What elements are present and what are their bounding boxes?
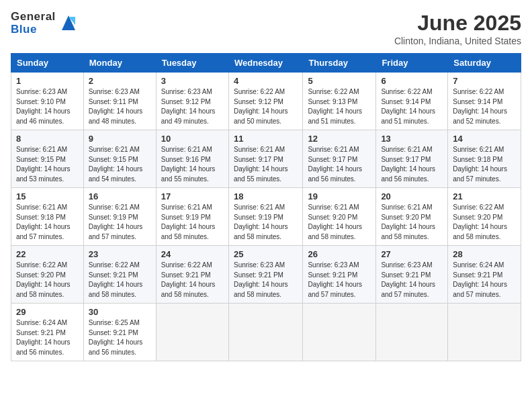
calendar-day-cell: 10 Sunrise: 6:21 AMSunset: 9:16 PMDaylig… (156, 130, 228, 188)
calendar-day-cell: 15 Sunrise: 6:21 AMSunset: 9:18 PMDaylig… (11, 188, 84, 246)
day-number: 3 (161, 76, 224, 86)
day-info: Sunrise: 6:22 AMSunset: 9:21 PMDaylight:… (161, 261, 224, 300)
day-info: Sunrise: 6:23 AMSunset: 9:21 PMDaylight:… (308, 261, 371, 300)
day-info: Sunrise: 6:22 AMSunset: 9:14 PMDaylight:… (381, 87, 443, 126)
day-info: Sunrise: 6:21 AMSunset: 9:19 PMDaylight:… (89, 203, 151, 242)
day-info: Sunrise: 6:21 AMSunset: 9:19 PMDaylight:… (161, 203, 224, 242)
day-number: 29 (16, 307, 79, 317)
calendar-day-cell (228, 304, 302, 361)
col-thursday: Thursday (303, 54, 376, 73)
day-info: Sunrise: 6:22 AMSunset: 9:20 PMDaylight:… (16, 261, 79, 300)
day-number: 20 (381, 191, 443, 201)
logo-icon (58, 11, 79, 33)
calendar-day-cell: 1 Sunrise: 6:23 AMSunset: 9:10 PMDayligh… (11, 73, 84, 130)
day-info: Sunrise: 6:21 AMSunset: 9:19 PMDaylight:… (234, 203, 298, 242)
title-block: June 2025 Clinton, Indiana, United State… (394, 11, 521, 46)
day-number: 25 (234, 249, 298, 259)
day-number: 1 (16, 76, 79, 86)
logo-blue: Blue (11, 24, 56, 36)
calendar-day-cell: 27 Sunrise: 6:23 AMSunset: 9:21 PMDaylig… (376, 246, 448, 304)
calendar-day-cell: 16 Sunrise: 6:21 AMSunset: 9:19 PMDaylig… (83, 188, 156, 246)
calendar-day-cell: 24 Sunrise: 6:22 AMSunset: 9:21 PMDaylig… (156, 246, 228, 304)
calendar-day-cell: 30 Sunrise: 6:25 AMSunset: 9:21 PMDaylig… (83, 304, 156, 361)
day-number: 14 (453, 134, 516, 144)
day-number: 21 (453, 191, 516, 201)
day-number: 17 (161, 191, 224, 201)
day-info: Sunrise: 6:21 AMSunset: 9:20 PMDaylight:… (308, 203, 371, 242)
day-info: Sunrise: 6:22 AMSunset: 9:13 PMDaylight:… (308, 87, 371, 126)
day-number: 30 (89, 307, 151, 317)
calendar-day-cell: 17 Sunrise: 6:21 AMSunset: 9:19 PMDaylig… (156, 188, 228, 246)
day-number: 9 (89, 134, 151, 144)
day-info: Sunrise: 6:21 AMSunset: 9:20 PMDaylight:… (381, 203, 443, 242)
day-info: Sunrise: 6:23 AMSunset: 9:11 PMDaylight:… (89, 87, 151, 126)
day-number: 28 (453, 249, 516, 259)
day-number: 6 (381, 76, 443, 86)
col-wednesday: Wednesday (228, 54, 302, 73)
calendar-day-cell: 12 Sunrise: 6:21 AMSunset: 9:17 PMDaylig… (303, 130, 376, 188)
calendar-day-cell (448, 304, 521, 361)
calendar-week-row: 22 Sunrise: 6:22 AMSunset: 9:20 PMDaylig… (11, 246, 521, 304)
day-number: 8 (16, 134, 79, 144)
calendar-day-cell: 3 Sunrise: 6:23 AMSunset: 9:12 PMDayligh… (156, 73, 228, 130)
day-number: 2 (89, 76, 151, 86)
calendar-day-cell: 23 Sunrise: 6:22 AMSunset: 9:21 PMDaylig… (83, 246, 156, 304)
calendar-day-cell (156, 304, 228, 361)
logo: General Blue (11, 11, 79, 36)
day-info: Sunrise: 6:21 AMSunset: 9:18 PMDaylight:… (453, 145, 516, 184)
day-info: Sunrise: 6:22 AMSunset: 9:20 PMDaylight:… (453, 203, 516, 242)
col-friday: Friday (376, 54, 448, 73)
calendar-day-cell (376, 304, 448, 361)
day-number: 16 (89, 191, 151, 201)
day-number: 24 (161, 249, 224, 259)
day-info: Sunrise: 6:23 AMSunset: 9:10 PMDaylight:… (16, 87, 79, 126)
day-info: Sunrise: 6:22 AMSunset: 9:12 PMDaylight:… (234, 87, 298, 126)
day-info: Sunrise: 6:22 AMSunset: 9:21 PMDaylight:… (89, 261, 151, 300)
day-number: 23 (89, 249, 151, 259)
day-number: 5 (308, 76, 371, 86)
day-number: 13 (381, 134, 443, 144)
calendar-day-cell: 2 Sunrise: 6:23 AMSunset: 9:11 PMDayligh… (83, 73, 156, 130)
calendar-day-cell: 11 Sunrise: 6:21 AMSunset: 9:17 PMDaylig… (228, 130, 302, 188)
day-number: 27 (381, 249, 443, 259)
calendar-day-cell: 20 Sunrise: 6:21 AMSunset: 9:20 PMDaylig… (376, 188, 448, 246)
day-info: Sunrise: 6:21 AMSunset: 9:18 PMDaylight:… (16, 203, 79, 242)
calendar-day-cell: 19 Sunrise: 6:21 AMSunset: 9:20 PMDaylig… (303, 188, 376, 246)
day-info: Sunrise: 6:21 AMSunset: 9:16 PMDaylight:… (161, 145, 224, 184)
day-info: Sunrise: 6:21 AMSunset: 9:17 PMDaylight:… (381, 145, 443, 184)
logo-general: General (11, 11, 56, 24)
day-info: Sunrise: 6:25 AMSunset: 9:21 PMDaylight:… (89, 318, 151, 357)
calendar-day-cell: 25 Sunrise: 6:23 AMSunset: 9:21 PMDaylig… (228, 246, 302, 304)
day-info: Sunrise: 6:23 AMSunset: 9:12 PMDaylight:… (161, 87, 224, 126)
day-info: Sunrise: 6:24 AMSunset: 9:21 PMDaylight:… (453, 261, 516, 300)
day-info: Sunrise: 6:22 AMSunset: 9:14 PMDaylight:… (453, 87, 516, 126)
calendar-day-cell: 8 Sunrise: 6:21 AMSunset: 9:15 PMDayligh… (11, 130, 84, 188)
calendar-day-cell: 26 Sunrise: 6:23 AMSunset: 9:21 PMDaylig… (303, 246, 376, 304)
col-monday: Monday (83, 54, 156, 73)
day-number: 26 (308, 249, 371, 259)
day-number: 11 (234, 134, 298, 144)
calendar-day-cell: 28 Sunrise: 6:24 AMSunset: 9:21 PMDaylig… (448, 246, 521, 304)
day-number: 7 (453, 76, 516, 86)
calendar-day-cell: 22 Sunrise: 6:22 AMSunset: 9:20 PMDaylig… (11, 246, 84, 304)
page-header: General Blue June 2025 Clinton, Indiana,… (11, 11, 521, 46)
day-number: 4 (234, 76, 298, 86)
month-title: June 2025 (394, 11, 521, 36)
day-info: Sunrise: 6:23 AMSunset: 9:21 PMDaylight:… (234, 261, 298, 300)
calendar-day-cell: 21 Sunrise: 6:22 AMSunset: 9:20 PMDaylig… (448, 188, 521, 246)
day-info: Sunrise: 6:21 AMSunset: 9:17 PMDaylight:… (234, 145, 298, 184)
calendar-week-row: 1 Sunrise: 6:23 AMSunset: 9:10 PMDayligh… (11, 73, 521, 130)
calendar-day-cell: 29 Sunrise: 6:24 AMSunset: 9:21 PMDaylig… (11, 304, 84, 361)
col-tuesday: Tuesday (156, 54, 228, 73)
day-info: Sunrise: 6:24 AMSunset: 9:21 PMDaylight:… (16, 318, 79, 357)
calendar-day-cell: 9 Sunrise: 6:21 AMSunset: 9:15 PMDayligh… (83, 130, 156, 188)
day-number: 18 (234, 191, 298, 201)
day-number: 15 (16, 191, 79, 201)
calendar-table: Sunday Monday Tuesday Wednesday Thursday… (11, 53, 521, 361)
calendar-week-row: 15 Sunrise: 6:21 AMSunset: 9:18 PMDaylig… (11, 188, 521, 246)
calendar-day-cell: 6 Sunrise: 6:22 AMSunset: 9:14 PMDayligh… (376, 73, 448, 130)
calendar-header-row: Sunday Monday Tuesday Wednesday Thursday… (11, 54, 521, 73)
day-info: Sunrise: 6:21 AMSunset: 9:15 PMDaylight:… (89, 145, 151, 184)
day-info: Sunrise: 6:21 AMSunset: 9:15 PMDaylight:… (16, 145, 79, 184)
calendar-day-cell (303, 304, 376, 361)
